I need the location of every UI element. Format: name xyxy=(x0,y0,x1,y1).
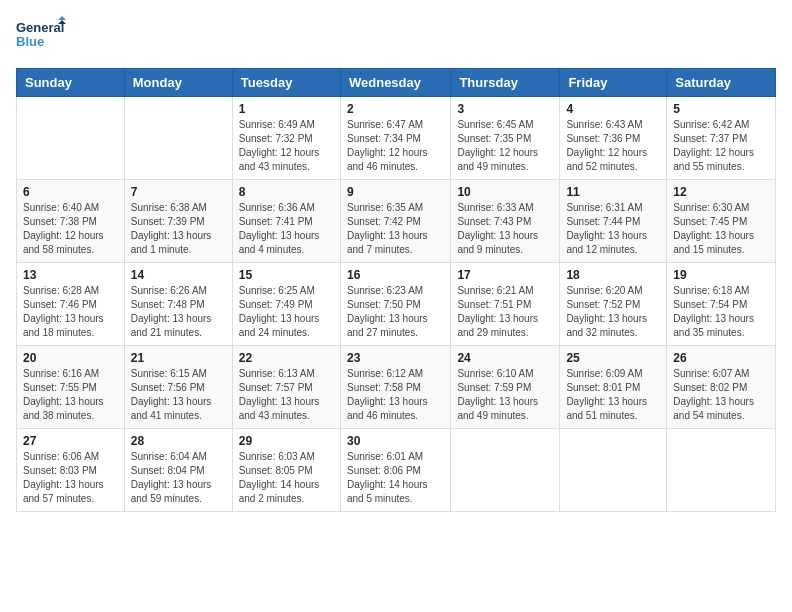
calendar-header-row: SundayMondayTuesdayWednesdayThursdayFrid… xyxy=(17,69,776,97)
day-info: Sunrise: 6:07 AM Sunset: 8:02 PM Dayligh… xyxy=(673,367,769,423)
calendar-cell: 22Sunrise: 6:13 AM Sunset: 7:57 PM Dayli… xyxy=(232,346,340,429)
calendar-cell: 23Sunrise: 6:12 AM Sunset: 7:58 PM Dayli… xyxy=(340,346,450,429)
calendar-cell: 16Sunrise: 6:23 AM Sunset: 7:50 PM Dayli… xyxy=(340,263,450,346)
day-info: Sunrise: 6:49 AM Sunset: 7:32 PM Dayligh… xyxy=(239,118,334,174)
day-number: 16 xyxy=(347,268,444,282)
calendar-cell: 19Sunrise: 6:18 AM Sunset: 7:54 PM Dayli… xyxy=(667,263,776,346)
day-info: Sunrise: 6:09 AM Sunset: 8:01 PM Dayligh… xyxy=(566,367,660,423)
day-info: Sunrise: 6:31 AM Sunset: 7:44 PM Dayligh… xyxy=(566,201,660,257)
day-info: Sunrise: 6:21 AM Sunset: 7:51 PM Dayligh… xyxy=(457,284,553,340)
calendar-cell: 14Sunrise: 6:26 AM Sunset: 7:48 PM Dayli… xyxy=(124,263,232,346)
day-info: Sunrise: 6:10 AM Sunset: 7:59 PM Dayligh… xyxy=(457,367,553,423)
day-number: 17 xyxy=(457,268,553,282)
day-info: Sunrise: 6:40 AM Sunset: 7:38 PM Dayligh… xyxy=(23,201,118,257)
day-info: Sunrise: 6:12 AM Sunset: 7:58 PM Dayligh… xyxy=(347,367,444,423)
calendar-cell: 24Sunrise: 6:10 AM Sunset: 7:59 PM Dayli… xyxy=(451,346,560,429)
calendar-cell: 17Sunrise: 6:21 AM Sunset: 7:51 PM Dayli… xyxy=(451,263,560,346)
svg-marker-2 xyxy=(58,16,66,20)
day-info: Sunrise: 6:16 AM Sunset: 7:55 PM Dayligh… xyxy=(23,367,118,423)
day-header-monday: Monday xyxy=(124,69,232,97)
day-info: Sunrise: 6:03 AM Sunset: 8:05 PM Dayligh… xyxy=(239,450,334,506)
calendar-cell: 25Sunrise: 6:09 AM Sunset: 8:01 PM Dayli… xyxy=(560,346,667,429)
day-info: Sunrise: 6:38 AM Sunset: 7:39 PM Dayligh… xyxy=(131,201,226,257)
day-number: 4 xyxy=(566,102,660,116)
calendar-week-4: 20Sunrise: 6:16 AM Sunset: 7:55 PM Dayli… xyxy=(17,346,776,429)
day-info: Sunrise: 6:43 AM Sunset: 7:36 PM Dayligh… xyxy=(566,118,660,174)
day-number: 19 xyxy=(673,268,769,282)
day-header-saturday: Saturday xyxy=(667,69,776,97)
calendar-cell xyxy=(124,97,232,180)
day-number: 29 xyxy=(239,434,334,448)
calendar-week-5: 27Sunrise: 6:06 AM Sunset: 8:03 PM Dayli… xyxy=(17,429,776,512)
day-info: Sunrise: 6:42 AM Sunset: 7:37 PM Dayligh… xyxy=(673,118,769,174)
day-number: 30 xyxy=(347,434,444,448)
calendar-week-2: 6Sunrise: 6:40 AM Sunset: 7:38 PM Daylig… xyxy=(17,180,776,263)
day-number: 24 xyxy=(457,351,553,365)
calendar-cell: 20Sunrise: 6:16 AM Sunset: 7:55 PM Dayli… xyxy=(17,346,125,429)
day-info: Sunrise: 6:13 AM Sunset: 7:57 PM Dayligh… xyxy=(239,367,334,423)
day-number: 11 xyxy=(566,185,660,199)
calendar-cell: 3Sunrise: 6:45 AM Sunset: 7:35 PM Daylig… xyxy=(451,97,560,180)
day-number: 26 xyxy=(673,351,769,365)
calendar-week-1: 1Sunrise: 6:49 AM Sunset: 7:32 PM Daylig… xyxy=(17,97,776,180)
day-number: 23 xyxy=(347,351,444,365)
day-number: 21 xyxy=(131,351,226,365)
day-header-sunday: Sunday xyxy=(17,69,125,97)
day-info: Sunrise: 6:36 AM Sunset: 7:41 PM Dayligh… xyxy=(239,201,334,257)
day-number: 10 xyxy=(457,185,553,199)
logo-svg: General Blue xyxy=(16,16,66,56)
day-header-friday: Friday xyxy=(560,69,667,97)
calendar-cell: 8Sunrise: 6:36 AM Sunset: 7:41 PM Daylig… xyxy=(232,180,340,263)
day-number: 15 xyxy=(239,268,334,282)
day-info: Sunrise: 6:28 AM Sunset: 7:46 PM Dayligh… xyxy=(23,284,118,340)
calendar-cell: 10Sunrise: 6:33 AM Sunset: 7:43 PM Dayli… xyxy=(451,180,560,263)
calendar-cell xyxy=(667,429,776,512)
day-number: 6 xyxy=(23,185,118,199)
day-header-wednesday: Wednesday xyxy=(340,69,450,97)
day-number: 9 xyxy=(347,185,444,199)
calendar-cell: 28Sunrise: 6:04 AM Sunset: 8:04 PM Dayli… xyxy=(124,429,232,512)
day-info: Sunrise: 6:15 AM Sunset: 7:56 PM Dayligh… xyxy=(131,367,226,423)
calendar-cell: 9Sunrise: 6:35 AM Sunset: 7:42 PM Daylig… xyxy=(340,180,450,263)
day-info: Sunrise: 6:45 AM Sunset: 7:35 PM Dayligh… xyxy=(457,118,553,174)
svg-text:Blue: Blue xyxy=(16,34,44,49)
day-number: 8 xyxy=(239,185,334,199)
day-info: Sunrise: 6:20 AM Sunset: 7:52 PM Dayligh… xyxy=(566,284,660,340)
day-number: 2 xyxy=(347,102,444,116)
calendar-table: SundayMondayTuesdayWednesdayThursdayFrid… xyxy=(16,68,776,512)
page-header: General Blue xyxy=(16,16,776,56)
calendar-cell: 26Sunrise: 6:07 AM Sunset: 8:02 PM Dayli… xyxy=(667,346,776,429)
day-number: 22 xyxy=(239,351,334,365)
day-number: 27 xyxy=(23,434,118,448)
day-number: 5 xyxy=(673,102,769,116)
calendar-cell: 13Sunrise: 6:28 AM Sunset: 7:46 PM Dayli… xyxy=(17,263,125,346)
day-info: Sunrise: 6:25 AM Sunset: 7:49 PM Dayligh… xyxy=(239,284,334,340)
day-header-thursday: Thursday xyxy=(451,69,560,97)
day-info: Sunrise: 6:35 AM Sunset: 7:42 PM Dayligh… xyxy=(347,201,444,257)
day-info: Sunrise: 6:01 AM Sunset: 8:06 PM Dayligh… xyxy=(347,450,444,506)
calendar-cell: 4Sunrise: 6:43 AM Sunset: 7:36 PM Daylig… xyxy=(560,97,667,180)
day-number: 18 xyxy=(566,268,660,282)
calendar-cell xyxy=(560,429,667,512)
day-number: 7 xyxy=(131,185,226,199)
day-number: 12 xyxy=(673,185,769,199)
calendar-cell: 29Sunrise: 6:03 AM Sunset: 8:05 PM Dayli… xyxy=(232,429,340,512)
calendar-cell: 5Sunrise: 6:42 AM Sunset: 7:37 PM Daylig… xyxy=(667,97,776,180)
day-info: Sunrise: 6:18 AM Sunset: 7:54 PM Dayligh… xyxy=(673,284,769,340)
day-info: Sunrise: 6:33 AM Sunset: 7:43 PM Dayligh… xyxy=(457,201,553,257)
calendar-cell: 30Sunrise: 6:01 AM Sunset: 8:06 PM Dayli… xyxy=(340,429,450,512)
day-info: Sunrise: 6:06 AM Sunset: 8:03 PM Dayligh… xyxy=(23,450,118,506)
calendar-cell xyxy=(17,97,125,180)
calendar-cell: 12Sunrise: 6:30 AM Sunset: 7:45 PM Dayli… xyxy=(667,180,776,263)
calendar-cell: 6Sunrise: 6:40 AM Sunset: 7:38 PM Daylig… xyxy=(17,180,125,263)
day-number: 14 xyxy=(131,268,226,282)
calendar-cell xyxy=(451,429,560,512)
day-number: 3 xyxy=(457,102,553,116)
day-header-tuesday: Tuesday xyxy=(232,69,340,97)
svg-text:General: General xyxy=(16,20,64,35)
day-number: 20 xyxy=(23,351,118,365)
calendar-cell: 2Sunrise: 6:47 AM Sunset: 7:34 PM Daylig… xyxy=(340,97,450,180)
calendar-cell: 7Sunrise: 6:38 AM Sunset: 7:39 PM Daylig… xyxy=(124,180,232,263)
day-number: 13 xyxy=(23,268,118,282)
day-info: Sunrise: 6:30 AM Sunset: 7:45 PM Dayligh… xyxy=(673,201,769,257)
